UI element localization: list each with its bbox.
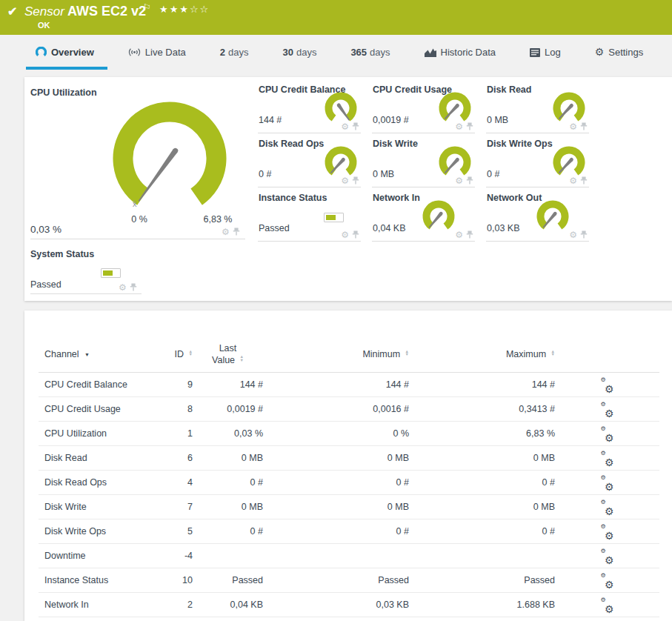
panel-settings-gear-icon[interactable]: ⚙ [119, 284, 127, 291]
table-row-cpu-credit-usage[interactable]: CPU Credit Usage 8 0,0019 # 0,0016 # 0,3… [39, 397, 659, 422]
tab-2-days[interactable]: 2 days [220, 35, 249, 70]
panel-settings-gear-icon[interactable]: ⚙ [341, 177, 349, 185]
channel-settings-icon[interactable]: ⚙ ⚙ [601, 574, 614, 586]
mini-gauge [437, 145, 473, 180]
tab-live-data[interactable]: Live Data [128, 35, 186, 70]
channel-settings-icon[interactable]: ⚙ ⚙ [601, 501, 614, 513]
panel-settings-gear-icon[interactable]: ⚙ [455, 231, 463, 239]
mini-panel-disk-read[interactable]: Disk Read 0 MB ⚙ [486, 82, 589, 133]
mini-gauge [421, 199, 456, 234]
panel-settings-gear-icon[interactable]: ⚙ [569, 177, 577, 185]
panel-pin-icon[interactable] [233, 228, 240, 236]
panel-settings-gear-icon[interactable]: ⚙ [222, 228, 230, 236]
system-status-bar-fill [103, 270, 113, 276]
mini-panel-value: Passed [259, 223, 290, 233]
column-header-max[interactable]: Maximum ▲▼ [409, 343, 555, 366]
channel-table-card: Channel ▼ID ▲▼LastValue ▲▼Minimum ▲▼Maxi… [24, 310, 672, 621]
tab-365-days[interactable]: 365 days [350, 35, 390, 70]
mini-panel-disk-read-ops[interactable]: Disk Read Ops 0 # ⚙ [258, 136, 361, 187]
table-row-disk-write[interactable]: Disk Write 7 0 MB 0 MB 0 MB ⚙ ⚙ [39, 495, 659, 519]
panel-settings-gear-icon[interactable]: ⚙ [341, 231, 349, 239]
mini-panel-disk-write-ops[interactable]: Disk Write Ops 0 # ⚙ [486, 136, 589, 187]
cell-maximum: 0,3413 # [409, 397, 555, 421]
panel-pin-icon[interactable] [466, 176, 473, 185]
panel-settings-gear-icon[interactable]: ⚙ [569, 123, 577, 130]
table-row-cpu-credit-balance[interactable]: CPU Credit Balance 9 144 # 144 # 144 # ⚙… [39, 373, 659, 397]
tab-label: Historic Data [441, 47, 496, 58]
panel-pin-icon[interactable] [580, 176, 588, 185]
channel-settings-icon[interactable]: ⚙ ⚙ [601, 476, 614, 488]
panel-pin-icon[interactable] [580, 230, 588, 239]
column-header-channel[interactable]: Channel ▼ [39, 343, 169, 366]
system-status-title: System Status [30, 249, 94, 259]
channel-settings-icon[interactable]: ⚙ ⚙ [601, 379, 614, 391]
tab-number: 2 [220, 47, 225, 58]
mini-panel-value: 0,03 KB [487, 223, 519, 233]
mini-panel-title: Disk Write Ops [487, 139, 553, 149]
channel-settings-icon[interactable]: ⚙ ⚙ [601, 403, 614, 415]
tab-settings[interactable]: ⚙ Settings [595, 35, 644, 70]
panel-pin-icon[interactable] [580, 122, 588, 130]
cell-minimum [263, 544, 409, 568]
column-header-id[interactable]: ID ▲▼ [169, 343, 193, 366]
mini-panel-cpu-credit-balance[interactable]: CPU Credit Balance 144 # ⚙ [258, 82, 361, 133]
panel-settings-gear-icon[interactable]: ⚙ [455, 123, 463, 130]
panel-pin-icon[interactable] [352, 230, 359, 239]
priority-flag-icon[interactable]: ⚐ [143, 2, 151, 13]
tab-historic-data[interactable]: Historic Data [425, 35, 496, 70]
mini-panel-value: 0,0019 # [373, 115, 409, 125]
tab-number: 365 [350, 47, 367, 58]
gauge-max-label: 6,83 % [195, 214, 241, 225]
channel-settings-icon[interactable]: ⚙ ⚙ [601, 452, 614, 464]
cell-id: 6 [169, 446, 193, 470]
cell-minimum: 0 # [263, 519, 409, 543]
table-row-disk-read[interactable]: Disk Read 6 0 MB 0 MB 0 MB ⚙ ⚙ [39, 446, 659, 471]
mini-panel-network-in[interactable]: Network In 0,04 KB ⚙ [372, 190, 475, 242]
tab-label: Settings [608, 47, 643, 58]
panel-settings-gear-icon[interactable]: ⚙ [341, 123, 349, 130]
table-row-network-in[interactable]: Network In 2 0,04 KB 0,03 KB 1.688 KB ⚙ … [39, 593, 659, 617]
panel-pin-icon[interactable] [130, 283, 137, 291]
cell-minimum: 144 # [263, 373, 409, 396]
tab-30-days[interactable]: 30 days [282, 35, 316, 70]
channel-settings-icon[interactable]: ⚙ ⚙ [601, 550, 614, 562]
cpu-utilization-gauge [103, 92, 236, 225]
mini-panel-disk-write[interactable]: Disk Write 0 MB ⚙ [372, 136, 475, 187]
tab-log[interactable]: Log [530, 35, 561, 70]
panel-pin-icon[interactable] [466, 122, 473, 130]
mini-panel-instance-status[interactable]: Instance Status Passed ⚙ [258, 190, 361, 242]
channel-settings-icon[interactable]: ⚙ ⚙ [601, 599, 614, 611]
sort-desc-icon: ▼ [84, 352, 90, 357]
table-row-disk-read-ops[interactable]: Disk Read Ops 4 0 # 0 # 0 # ⚙ ⚙ [39, 471, 659, 495]
panel-icons: ⚙ [455, 176, 473, 185]
priority-stars[interactable]: ★★★☆☆ [159, 4, 210, 15]
channel-settings-icon[interactable]: ⚙ ⚙ [601, 428, 614, 439]
table-row-disk-write-ops[interactable]: Disk Write Ops 5 0 # 0 # 0 # ⚙ ⚙ [39, 519, 659, 544]
mini-panel-title: Network Out [487, 193, 542, 203]
panel-icons: ⚙ [569, 176, 588, 185]
table-row-downtime[interactable]: Downtime -4 ⚙ ⚙ [39, 544, 659, 568]
status-ok-check-icon: ✔ [7, 4, 17, 19]
panel-icons: ⚙ [222, 228, 240, 236]
cell-maximum [409, 544, 555, 568]
mini-panel-value: 0 # [259, 169, 271, 179]
tab-label: Log [545, 47, 561, 58]
mini-panel-network-out[interactable]: Network Out 0,03 KB ⚙ [486, 190, 589, 242]
column-header-min[interactable]: Minimum ▲▼ [263, 343, 409, 366]
panel-settings-gear-icon[interactable]: ⚙ [455, 177, 463, 185]
table-row-instance-status[interactable]: Instance Status 10 Passed Passed Passed … [39, 568, 659, 593]
panel-pin-icon[interactable] [352, 176, 359, 185]
table-row-cpu-utilization[interactable]: CPU Utilization 1 0,03 % 0 % 6,83 % ⚙ ⚙ [39, 422, 659, 446]
sort-icon: ▲▼ [551, 350, 555, 356]
mini-panel-cpu-credit-usage[interactable]: CPU Credit Usage 0,0019 # ⚙ [372, 82, 475, 133]
cell-channel: Disk Write Ops [39, 519, 169, 543]
mini-gauge [437, 90, 473, 126]
column-header-last[interactable]: LastValue ▲▼ [193, 343, 263, 366]
panel-settings-gear-icon[interactable]: ⚙ [569, 231, 577, 239]
channel-settings-icon[interactable]: ⚙ ⚙ [601, 525, 614, 537]
cell-last-value: 0 # [193, 519, 263, 543]
panel-pin-icon[interactable] [352, 122, 359, 130]
tab-overview[interactable]: Overview [36, 35, 94, 70]
status-bar-fill [326, 215, 336, 220]
panel-pin-icon[interactable] [466, 230, 473, 239]
